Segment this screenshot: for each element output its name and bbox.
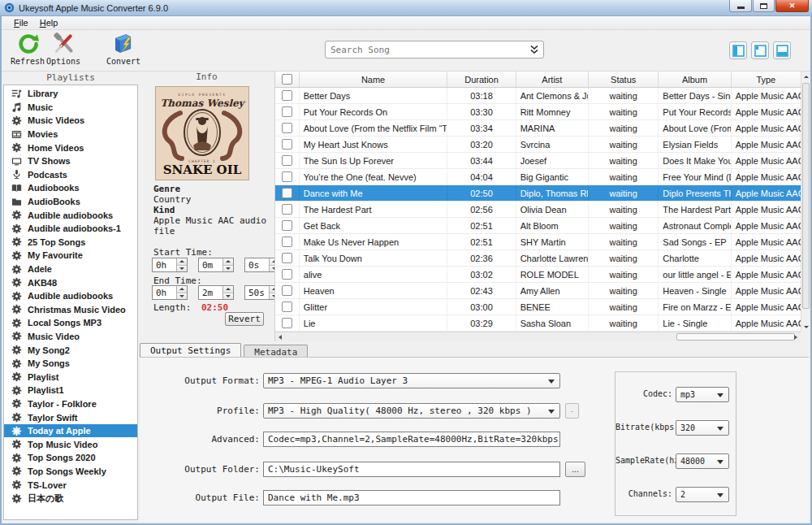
end-hour-stepper[interactable]: 0h [152, 285, 188, 300]
row-checkbox[interactable] [282, 285, 292, 296]
row-checkbox[interactable] [282, 155, 292, 166]
table-row[interactable]: Put Your Records On03:30Ritt Momneywaiti… [275, 104, 801, 120]
row-checkbox-cell[interactable] [275, 153, 300, 168]
row-checkbox-cell[interactable] [275, 267, 300, 282]
menu-item-file[interactable]: File [8, 17, 34, 28]
spin-up-icon[interactable] [177, 258, 187, 265]
row-checkbox-cell[interactable] [275, 169, 300, 184]
row-checkbox[interactable] [282, 318, 292, 328]
row-checkbox[interactable] [282, 123, 292, 133]
layout-left-panel-button[interactable] [729, 41, 747, 59]
spin-up-icon[interactable] [177, 286, 187, 293]
row-checkbox[interactable] [282, 253, 292, 263]
sidebar-item-local-songs-mp3[interactable]: Local Songs MP3 [4, 316, 137, 330]
sidebar-item-25-top-songs[interactable]: 25 Top Songs [4, 236, 137, 249]
select-all-checkbox-cell[interactable] [275, 72, 300, 87]
tab-output-settings[interactable]: Output Settings [140, 343, 241, 357]
row-checkbox[interactable] [282, 204, 292, 215]
sidebar-item-top-songs-weekly[interactable]: Top Songs Weekly [4, 465, 137, 479]
sidebar-item-my-favourite[interactable]: My Favourite [4, 249, 137, 262]
table-row[interactable]: Glitter03:00BENEEwaitingFire on Marzz - … [275, 299, 801, 315]
start-hour-stepper[interactable]: 0h [152, 258, 188, 272]
column-header-duration[interactable]: Duration [447, 72, 516, 87]
revert-button[interactable]: Revert [225, 312, 264, 326]
spin-down-icon[interactable] [223, 265, 233, 272]
table-row[interactable]: The Sun Is Up Forever03:44JoesefwaitingD… [275, 153, 801, 169]
sidebar-item-taylor-swift[interactable]: Taylor Swift [4, 410, 137, 424]
row-checkbox-cell[interactable] [275, 315, 300, 331]
sidebar-item-my-songs[interactable]: My Songs [4, 357, 137, 371]
row-checkbox[interactable] [282, 220, 292, 231]
sidebar-item-audiobooks[interactable]: AudioBooks [4, 195, 137, 209]
table-row[interactable]: alive03:02ROLE MODELwaitingour little an… [275, 267, 801, 283]
vertical-scrollbar[interactable] [801, 72, 810, 332]
table-row[interactable]: Heaven02:43Amy AllenwaitingHeaven - Sing… [275, 283, 801, 299]
row-checkbox[interactable] [282, 269, 292, 280]
sidebar-item-music-video[interactable]: Music Video [4, 330, 137, 344]
table-row[interactable]: Dance with Me02:50Diplo, Thomas Rhe...wa… [275, 185, 801, 202]
close-button[interactable]: ✕ [775, 0, 809, 12]
sidebar-item-podcasts[interactable]: Podcasts [4, 168, 137, 182]
output-folder-browse-button[interactable]: ... [565, 462, 585, 477]
table-row[interactable]: About Love (From the Netflix Film “To Al… [275, 120, 801, 137]
sidebar-item-home-videos[interactable]: Home Videos [4, 141, 137, 154]
column-header-album[interactable]: Album [659, 72, 731, 87]
search-box[interactable] [325, 41, 544, 59]
column-header-name[interactable]: Name [300, 72, 448, 87]
row-checkbox[interactable] [282, 139, 292, 150]
search-input[interactable] [330, 45, 530, 55]
search-chevrons-icon[interactable] [530, 45, 538, 54]
sidebar-item-my-song2[interactable]: My Song2 [4, 343, 137, 357]
row-checkbox-cell[interactable] [275, 137, 300, 152]
sidebar-item-top-music-video[interactable]: Top Music Video [4, 437, 137, 451]
layout-top-panel-button[interactable] [751, 41, 769, 59]
sidebar-item-today-at-apple[interactable]: Today at Apple [4, 424, 137, 438]
sidebar-item-top-songs-2020[interactable]: Top Songs 2020 [4, 451, 137, 465]
row-checkbox[interactable] [282, 302, 292, 312]
maximize-button[interactable] [753, 0, 775, 12]
row-checkbox[interactable] [282, 171, 292, 182]
select-all-checkbox[interactable] [282, 74, 292, 85]
horizontal-scroll-thumb[interactable] [676, 333, 795, 341]
layout-bottom-panel-button[interactable] [773, 41, 791, 59]
sidebar-item-adele[interactable]: Adele [4, 262, 137, 276]
column-header-artist[interactable]: Artist [516, 72, 589, 87]
sidebar-item-music-videos[interactable]: Music Videos [4, 114, 137, 128]
bitrate-select[interactable]: 320 [676, 420, 729, 436]
sidebar-item-playlist1[interactable]: Playlist1 [4, 384, 137, 397]
row-checkbox-cell[interactable] [275, 88, 300, 103]
row-checkbox-cell[interactable] [275, 202, 300, 217]
table-row[interactable]: The Hardest Part02:56Olivia DeanwaitingT… [275, 202, 801, 218]
sidebar-item-playlist[interactable]: Playlist [4, 370, 137, 384]
channels-select[interactable]: 2 [676, 487, 729, 502]
sidebar-item-christmas-music-video[interactable]: Christmas Music Video [4, 303, 137, 317]
table-row[interactable]: You’re the One (feat. Nevve)04:04Big Gig… [275, 169, 801, 185]
output-file-input[interactable]: Dance with Me.mp3 [263, 490, 560, 505]
spin-up-icon[interactable] [223, 258, 233, 265]
row-checkbox[interactable] [282, 236, 292, 247]
table-row[interactable]: Make Us Never Happen02:51SHY Martinwaiti… [275, 234, 801, 250]
sidebar-item-taylor-folklore[interactable]: Taylor - Folklore [4, 397, 137, 411]
sidebar-item-audible-audiobooks-1[interactable]: Audible audiobooks-1 [4, 222, 137, 236]
spin-down-icon[interactable] [177, 265, 187, 272]
codec-select[interactable]: mp3 [676, 387, 729, 402]
scroll-right-icon[interactable] [791, 332, 801, 341]
row-checkbox-cell[interactable] [275, 120, 300, 136]
row-checkbox[interactable] [282, 106, 292, 117]
row-checkbox-cell[interactable] [275, 283, 300, 298]
output-format-select[interactable]: MP3 - MPEG-1 Audio Layer 3 [263, 373, 560, 388]
scroll-left-icon[interactable] [275, 332, 285, 341]
spin-down-icon[interactable] [177, 293, 187, 300]
horizontal-scrollbar[interactable] [275, 332, 801, 341]
table-row[interactable]: Lie03:29Sasha SloanwaitingLie - SingleAp… [275, 315, 801, 332]
column-header-type[interactable]: Type [732, 72, 801, 87]
sidebar-item-akb48[interactable]: AKB48 [4, 276, 137, 289]
row-checkbox[interactable] [282, 90, 292, 101]
sidebar-item-audible-audiobooks[interactable]: Audible audiobooks [4, 208, 137, 222]
output-folder-input[interactable]: C:\Music-UkeySoft [263, 462, 560, 477]
samplerate-select[interactable]: 48000 [676, 453, 729, 469]
tab-metadata[interactable]: Metadata [244, 345, 308, 357]
scroll-up-icon[interactable] [801, 72, 810, 81]
sidebar-item-ts-lover[interactable]: TS-Lover [4, 478, 137, 492]
spin-down-icon[interactable] [223, 293, 233, 300]
